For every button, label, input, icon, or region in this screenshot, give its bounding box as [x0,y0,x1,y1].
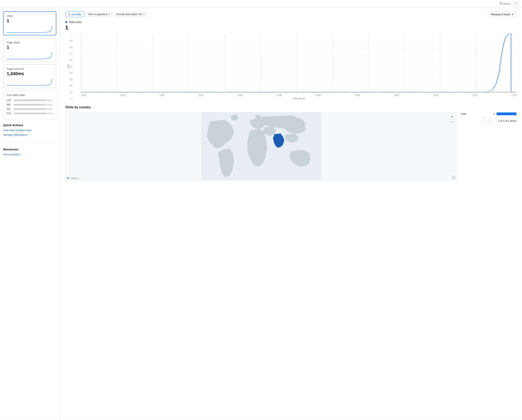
map-zoom-out-button[interactable]: − [450,120,455,125]
pagination-next-button[interactable]: › [490,118,497,124]
mapbox-attribution: M © Mapbox [67,177,79,180]
world-map: + − [65,112,457,181]
world-map-svg [65,112,457,180]
visits-chart [7,25,53,33]
new-tab-button[interactable]: + [514,1,519,6]
pageviews-label: Page views [7,41,53,44]
total-visits-section: Total visits 1 Visits 1 0.9 0.8 0.7 0.6 … [65,21,516,100]
pageviews-card[interactable]: Page views 1 [3,38,56,62]
x-axis-title: Time (local) [81,97,516,100]
cwv-cls-label: CLS [7,112,12,115]
chart-total-value: 1 [65,24,516,31]
india-bar [497,112,516,115]
india-country-name: India [461,112,466,115]
country-data-panel: India 1 ‹ › 1 to 1 of 1 items [461,112,516,124]
cwv-inp-bar [14,104,53,105]
map-zoom-in-button[interactable]: + [450,114,455,120]
svg-point-0 [500,3,501,4]
resources-section: Resources Documentation [3,146,56,159]
pageloadtime-card[interactable]: Page load time 1,340ms [3,64,56,88]
quick-actions-section: Quick Actions View Web Analytics sites M… [3,122,56,139]
documentation-link[interactable]: Documentation [3,153,56,156]
india-country-row: India 1 [461,112,516,115]
pagination-prev-button[interactable]: ‹ [482,118,489,124]
y-axis-labels: 1 0.9 0.8 0.7 0.6 0.5 0.4 0.3 0.2 0.1 0 [67,33,72,100]
cwv-lcp-row: LCP [7,99,53,102]
svg-line-1 [501,4,502,5]
main-content: + Add filter Site is in gaurav.io × Excl… [60,7,522,420]
pageviews-value: 1 [7,45,53,50]
chart-svg-container [81,33,516,93]
add-filter-button[interactable]: + Add filter [65,11,84,17]
mapbox-logo: M [67,177,69,180]
cwv-fid-bar [14,108,53,110]
country-layout: + − [65,112,516,181]
chart-wrapper: Visits 1 0.9 0.8 0.7 0.6 0.5 0.4 0.3 0.2… [65,33,516,100]
cwv-cls-row: CLS [7,112,53,115]
bot-filter-chip: Exclude bots equals Yes × [114,12,147,17]
svg-text:M: M [67,178,68,179]
visits-chart-svg [81,33,516,93]
go-to-button[interactable]: Go to... [499,2,512,5]
pageviews-chart [7,52,53,60]
visits-label: Visits [7,15,53,17]
cwv-lcp-label: LCP [7,99,12,102]
chart-title: Total visits [69,21,82,24]
site-filter-remove[interactable]: × [109,13,110,16]
cwv-lcp-bar [14,99,53,101]
total-visits-dot [65,21,67,23]
time-filter-button[interactable]: Previous 6 hours ▼ [488,12,516,17]
view-sites-link[interactable]: View Web Analytics sites [3,129,56,132]
visits-value: 1 [7,18,53,23]
cwv-fid-row: FID [7,108,53,111]
pagination-summary: 1 to 1 of 1 items [498,120,517,122]
quick-actions-title: Quick Actions [3,123,56,127]
country-section: Visits by country + − [65,105,516,181]
cwv-card: Core Web Vitals LCP INP FID CLS [3,90,56,120]
pageloadtime-label: Page load time [7,67,53,70]
pageloadtime-chart [7,78,53,86]
search-icon [499,2,502,5]
chart-header: Total visits [65,21,516,24]
visits-card[interactable]: Visits 1 [3,11,56,35]
top-bar: Go to... + [0,0,522,7]
bot-filter-remove[interactable]: × [143,13,145,16]
pageloadtime-value: 1,340ms [7,71,53,76]
india-count: 1 [492,112,495,115]
india-bar-wrap: 1 [492,112,516,115]
sidebar: Visits 1 Page views 1 Page load time 1,3… [0,7,60,420]
manage-notifications-link[interactable]: Manage Notifications [3,133,56,136]
map-info-button[interactable]: ℹ [452,176,455,180]
main-layout: Visits 1 Page views 1 Page load time 1,3… [0,7,522,420]
cwv-fid-label: FID [7,108,12,111]
resources-title: Resources [3,148,56,151]
cwv-cls-bar [14,113,53,114]
filter-left: + Add filter Site is in gaurav.io × Excl… [65,11,147,17]
cwv-inp-label: INP [7,103,12,106]
cwv-inp-row: INP [7,103,53,106]
filter-bar: + Add filter Site is in gaurav.io × Excl… [65,11,516,17]
map-zoom-controls: + − [449,114,455,125]
cwv-title: Core Web Vitals [7,94,53,97]
site-filter-chip: Site is in gaurav.io × [86,12,113,17]
country-pagination: ‹ › 1 to 1 of 1 items [461,118,516,124]
x-axis-labels: 12:00 12:30 13:00 13:30 14:00 14:30 15:0… [81,94,516,96]
country-section-title: Visits by country [65,105,516,109]
add-filter-plus-icon: + [68,13,70,16]
